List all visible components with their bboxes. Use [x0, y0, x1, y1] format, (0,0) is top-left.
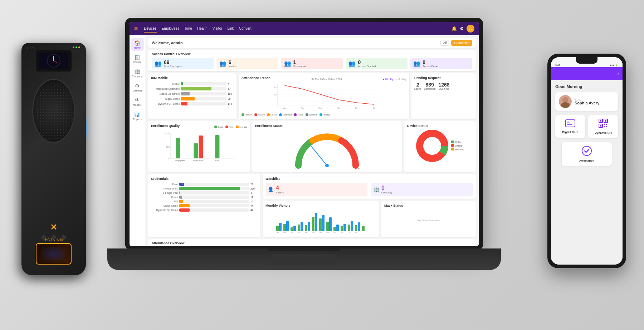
- svg-text:Feb: Feb: [348, 231, 351, 233]
- enrollment-status-title: Enrollment Status: [255, 124, 399, 128]
- device-btn-2[interactable]: [52, 235, 56, 240]
- access-overview-title: Access Control Overview: [152, 52, 472, 56]
- nav-item-convert[interactable]: Convert: [239, 25, 252, 33]
- sidebar-item-home[interactable]: 🏠 Home: [131, 38, 144, 51]
- nav-item-time[interactable]: Time: [184, 25, 192, 33]
- svg-point-35: [325, 164, 329, 167]
- customize-button[interactable]: Customize: [451, 40, 472, 46]
- svg-text:100%: 100%: [165, 132, 170, 134]
- pending-correction: 889 Correction: [424, 82, 435, 90]
- svg-text:Wed: Wed: [318, 107, 322, 109]
- attestation-action[interactable]: Attestation: [562, 142, 612, 166]
- credentials-title: Credentials: [151, 177, 258, 181]
- svg-text:420: 420: [274, 94, 277, 96]
- watchlist-company: 🏢 0 Company: [371, 183, 473, 196]
- svg-rect-51: [308, 222, 310, 231]
- mask-status-title: Mask Status: [384, 204, 473, 207]
- access-granted-num: 0: [358, 59, 376, 65]
- svg-text:840: 840: [274, 87, 277, 89]
- nav-item-employees[interactable]: Employees: [162, 25, 179, 33]
- mobile-phone: 9:41 ●●● 🔋 ⌂ Good Morning: [547, 54, 626, 268]
- device-status-card: Device Status: [404, 121, 476, 172]
- device-btn-3[interactable]: [62, 235, 66, 240]
- enrollment-gauge: 0 500: [255, 130, 399, 169]
- svg-rect-54: [319, 218, 322, 231]
- led-bar: [86, 114, 87, 143]
- svg-text:Sat: Sat: [373, 107, 376, 109]
- sidebar-monitor-label: Monitor: [133, 104, 141, 106]
- svg-rect-28: [194, 143, 198, 158]
- nav-item-visitor[interactable]: Visitor: [213, 25, 223, 33]
- sidebar-item-monitor[interactable]: 👁 Monitor: [131, 95, 144, 108]
- reports-icon: 📊: [134, 112, 140, 117]
- svg-text:Jul: Jul: [298, 231, 300, 233]
- pending-request-card: Pending Request 2 Leave 889 Correction: [411, 73, 476, 119]
- suspended-icon: 👥: [284, 60, 291, 67]
- enrollment-status-card: Enrollment Status: [252, 121, 402, 172]
- svg-rect-62: [348, 225, 350, 231]
- svg-rect-63: [351, 221, 353, 231]
- user-avatar-nav[interactable]: A: [467, 25, 474, 33]
- digital-card-label: Digital Card: [562, 130, 579, 134]
- inactive-label: Inactive: [229, 65, 237, 68]
- credentials-card: Credentials Face21 4 Fingerprints260 1 F…: [148, 174, 260, 237]
- sidebar-item-license[interactable]: 📋 License: [131, 52, 144, 65]
- monthly-visitors-card: Monthly Visitors: [263, 201, 379, 237]
- device-btn-1[interactable]: [42, 235, 46, 240]
- mask-status-card: Mask Status No Data Available: [381, 201, 476, 237]
- device-donut-area: Online Offline Warning: [407, 130, 473, 162]
- nav-item-link[interactable]: Link: [227, 25, 234, 33]
- access-denied-num: 0: [423, 59, 439, 65]
- sidebar-item-company[interactable]: 🏢 Company: [131, 67, 144, 79]
- stat-access-granted: 👥 0 Access Granted: [346, 58, 408, 69]
- svg-point-5: [35, 82, 74, 142]
- pending-items: 2 Leave 889 Correction 1268 Overtime: [414, 82, 473, 90]
- svg-text:Face: Face: [215, 159, 219, 162]
- monthly-visitors-chart: Apr May Jun Jul Aug Sep Oct Nov Dec: [265, 210, 376, 233]
- svg-rect-60: [341, 226, 343, 231]
- nav-items-container: Devices Employees Time Health Visitor Li…: [144, 25, 452, 33]
- nav-item-health[interactable]: Health: [197, 25, 208, 33]
- stat-total-employees: 👥 69 Total Employees: [152, 58, 214, 69]
- svg-rect-52: [312, 217, 314, 231]
- bar-digital: Digital Cards 30: [151, 97, 234, 100]
- user-id: ID: 007: [575, 98, 600, 101]
- dynamic-qr-action[interactable]: Dynamic QR: [588, 115, 618, 138]
- digital-card-action[interactable]: Digital Card: [555, 115, 585, 138]
- watchlist-visitors: 👤 4 Visitors: [265, 183, 367, 196]
- laptop-hinge: [268, 248, 340, 251]
- phone-bottom-area: Attestation: [555, 142, 618, 166]
- all-dropdown[interactable]: All: [440, 40, 449, 46]
- nav-item-devices[interactable]: Devices: [144, 25, 157, 33]
- sidebar-item-reports[interactable]: 📊 Reports: [131, 109, 144, 122]
- laptop-body: [107, 248, 501, 270]
- attendance-overview-card: Attendance Overview 👤 0 Present 👤: [148, 239, 476, 246]
- main-content: Welcome, admin All Customize Access Cont…: [145, 35, 479, 246]
- enrollment-quality-title: Enrollment Quality: [151, 124, 180, 128]
- svg-rect-29: [199, 136, 203, 158]
- svg-rect-49: [301, 222, 303, 231]
- svg-text:12: 12: [53, 64, 55, 67]
- settings-icon[interactable]: ⚙: [460, 26, 464, 31]
- notification-icon[interactable]: 🔔: [452, 26, 457, 31]
- monthly-visitors-title: Monthly Visitors: [265, 204, 376, 207]
- weekly-toggle[interactable]: ● Weekly: [383, 78, 393, 80]
- bar-mobile-label: Mobile: [151, 83, 180, 85]
- company-icon: 🏢: [134, 69, 140, 74]
- access-control-overview: Access Control Overview 👥 69 Total Emplo…: [148, 50, 476, 71]
- svg-text:0: 0: [276, 104, 277, 107]
- access-granted-icon: 👥: [348, 60, 356, 67]
- svg-rect-57: [329, 217, 332, 231]
- watchlist-visitors-label: Visitors: [276, 191, 284, 194]
- sidebar-item-general[interactable]: ⚙ General: [131, 81, 144, 94]
- svg-rect-65: [358, 222, 360, 231]
- mask-no-data: No Data Available: [384, 210, 473, 231]
- phone-home-icon[interactable]: ⌂: [616, 71, 619, 76]
- monthly-toggle[interactable]: ○ Monthly: [395, 78, 406, 80]
- svg-text:Jun: Jun: [291, 231, 293, 233]
- employees-icon: 👥: [155, 60, 162, 67]
- access-denied-icon: 👥: [413, 60, 420, 67]
- attendance-overview-title: Attendance Overview: [152, 241, 472, 245]
- attendance-date-range: 04 Mar 2024 - 10 Mar 2024: [312, 78, 342, 80]
- bar-mobile: Mobile 4: [151, 82, 234, 85]
